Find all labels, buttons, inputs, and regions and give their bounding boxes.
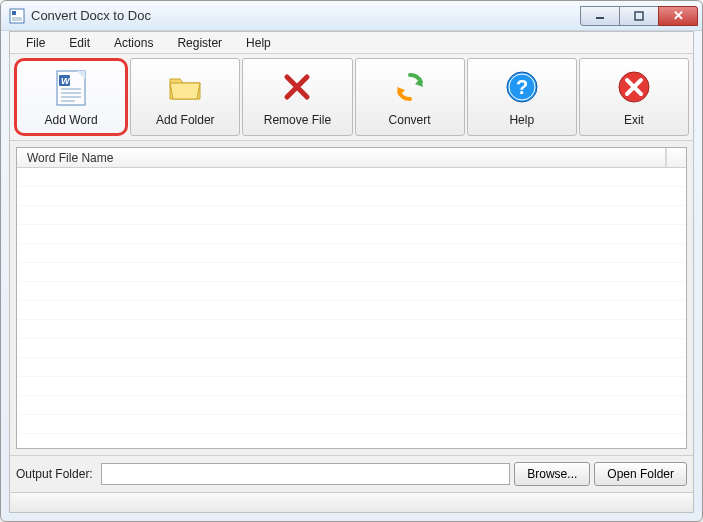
add-word-label: Add Word [45, 113, 98, 127]
remove-file-label: Remove File [264, 113, 331, 127]
add-folder-button[interactable]: Add Folder [130, 58, 240, 136]
file-list[interactable]: Word File Name [16, 147, 687, 449]
help-button[interactable]: ? Help [467, 58, 577, 136]
x-circle-icon [614, 67, 654, 107]
menu-file[interactable]: File [14, 34, 57, 52]
menu-help[interactable]: Help [234, 34, 283, 52]
refresh-arrows-icon [390, 67, 430, 107]
svg-rect-1 [12, 11, 16, 15]
convert-button[interactable]: Convert [355, 58, 465, 136]
exit-button[interactable]: Exit [579, 58, 689, 136]
output-row: Output Folder: Browse... Open Folder [10, 455, 693, 492]
statusbar [10, 492, 693, 512]
menubar: File Edit Actions Register Help [10, 32, 693, 54]
menu-register[interactable]: Register [165, 34, 234, 52]
list-header[interactable]: Word File Name [17, 148, 686, 168]
minimize-icon [595, 11, 605, 21]
client-area: File Edit Actions Register Help W Add Wo… [9, 31, 694, 513]
convert-label: Convert [389, 113, 431, 127]
help-label: Help [509, 113, 534, 127]
svg-rect-3 [635, 12, 643, 20]
open-folder-button[interactable]: Open Folder [594, 462, 687, 486]
close-icon: ✕ [673, 8, 684, 23]
window-title: Convert Docx to Doc [31, 8, 581, 23]
add-folder-label: Add Folder [156, 113, 215, 127]
maximize-icon [634, 11, 644, 21]
minimize-button[interactable] [580, 6, 620, 26]
add-word-button[interactable]: W Add Word [14, 58, 128, 136]
app-icon [9, 8, 25, 24]
app-window: Convert Docx to Doc ✕ File Edit Actions … [0, 0, 703, 522]
close-button[interactable]: ✕ [658, 6, 698, 26]
menu-edit[interactable]: Edit [57, 34, 102, 52]
browse-button[interactable]: Browse... [514, 462, 590, 486]
x-icon [277, 67, 317, 107]
output-folder-input[interactable] [101, 463, 511, 485]
question-circle-icon: ? [502, 67, 542, 107]
maximize-button[interactable] [619, 6, 659, 26]
folder-icon [165, 67, 205, 107]
menu-actions[interactable]: Actions [102, 34, 165, 52]
titlebar[interactable]: Convert Docx to Doc ✕ [1, 1, 702, 31]
window-controls: ✕ [581, 6, 698, 26]
word-document-icon: W [51, 67, 91, 107]
column-header-filename[interactable]: Word File Name [17, 148, 666, 167]
remove-file-button[interactable]: Remove File [242, 58, 352, 136]
toolbar: W Add Word Add Folder Remove File [10, 54, 693, 141]
svg-text:?: ? [516, 76, 528, 98]
exit-label: Exit [624, 113, 644, 127]
list-body[interactable] [17, 168, 686, 448]
output-folder-label: Output Folder: [16, 467, 93, 481]
